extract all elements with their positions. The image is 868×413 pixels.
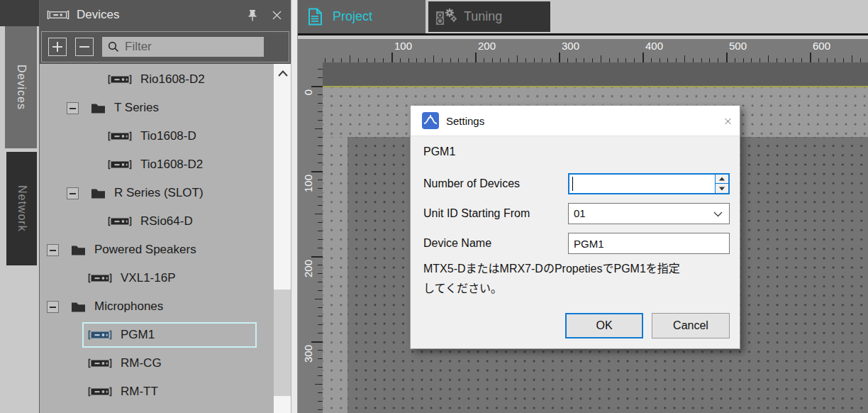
tree-device-tio1608-d2[interactable]: Tio1608-D2	[40, 150, 274, 179]
tree-item-label: VXL1-16P	[121, 271, 176, 285]
tab-tuning[interactable]: Tuning	[427, 0, 552, 33]
tab-project[interactable]: Project	[298, 0, 425, 33]
panel-close-icon[interactable]	[269, 8, 284, 22]
tree-scrollbar[interactable]	[274, 64, 291, 413]
scrollbar-up-icon[interactable]	[274, 64, 291, 82]
device-icon	[88, 273, 112, 283]
collapse-toggle-icon[interactable]	[67, 187, 79, 199]
settings-dialog-body: PGM1 Number of Devices Unit ID Starting …	[411, 136, 740, 349]
spinner-buttons	[715, 175, 728, 193]
settings-dialog: Settings PGM1 Number of Devices	[410, 105, 740, 349]
device-icon	[88, 387, 112, 397]
tree-item-label: RM-TT	[121, 385, 158, 399]
search-icon	[108, 41, 119, 53]
spinner-down-button[interactable]	[716, 184, 728, 193]
tree-device-vxl1-16p[interactable]: VXL1-16P	[40, 264, 274, 292]
collapse-all-button[interactable]	[75, 38, 94, 56]
tab-project-label: Project	[333, 9, 372, 24]
collapse-toggle-icon[interactable]	[47, 244, 59, 256]
tree-device-tio1608-d[interactable]: Tio1608-D	[40, 122, 274, 150]
devices-toolbar	[40, 30, 291, 64]
cancel-button[interactable]: Cancel	[652, 313, 730, 338]
tree-item-label: T Series	[114, 101, 159, 115]
ruler-corner	[298, 39, 323, 62]
settings-app-icon	[421, 111, 440, 130]
tree-item-label: R Series (SLOT)	[114, 186, 204, 200]
tree-device-rsio64-d[interactable]: RSio64-D	[40, 207, 274, 236]
folder-icon	[71, 244, 86, 256]
canvas-margin-left	[323, 137, 347, 413]
tree-device-pgm1[interactable]: PGM1	[40, 321, 274, 349]
device-name-field[interactable]	[568, 233, 730, 254]
device-name-input[interactable]	[569, 233, 729, 253]
device-icon	[88, 358, 112, 368]
rail-tab-devices-label: Devices	[15, 65, 28, 110]
vertical-ruler: 0100200300	[298, 62, 323, 413]
tree-folder-powered-speakers[interactable]: Powered Speakers	[40, 236, 274, 264]
tree-item-label: Tio1608-D2	[140, 158, 203, 172]
devices-panel-title: Devices	[77, 8, 119, 22]
tree-device-rm-cg[interactable]: RM-CG	[40, 349, 274, 378]
folder-icon	[71, 301, 86, 313]
tree-item-label: Powered Speakers	[94, 243, 196, 257]
unit-id-label: Unit ID Starting From	[423, 203, 530, 224]
spinner-up-button[interactable]	[716, 175, 728, 184]
device-name-label: Device Name	[423, 233, 491, 254]
pin-icon[interactable]	[245, 8, 260, 22]
filter-box	[102, 37, 264, 57]
device-tree: Rio1608-D2 T Series Tio1608-D Tio1608-D2…	[40, 64, 274, 413]
horizontal-ruler: 100200300400500600	[323, 39, 868, 62]
tree-device-rio1608-d2[interactable]: Rio1608-D2	[40, 65, 274, 94]
tree-item-label: Rio1608-D2	[140, 72, 205, 87]
settings-dialog-title: Settings	[446, 115, 484, 127]
collapse-toggle-icon[interactable]	[47, 301, 59, 313]
device-icon	[108, 75, 132, 84]
tree-folder-t-series[interactable]: T Series	[40, 94, 274, 122]
tree-folder-microphones[interactable]: Microphones	[40, 292, 274, 321]
triangle-down-icon	[719, 187, 725, 190]
text-caret	[572, 177, 573, 191]
filter-input[interactable]	[125, 40, 245, 54]
rail-tab-network[interactable]: Network	[6, 152, 37, 265]
number-of-devices-label: Number of Devices	[423, 173, 520, 194]
rail-tab-network-label: Network	[16, 185, 28, 232]
panel-splitter[interactable]	[291, 0, 298, 413]
folder-icon	[91, 187, 106, 199]
tree-item-label: Tio1608-D	[140, 129, 196, 143]
canvas-origin-line	[323, 86, 868, 87]
rail-top-block	[0, 0, 39, 26]
left-rail: Devices Network	[0, 0, 39, 413]
ok-button[interactable]: OK	[565, 313, 643, 338]
tree-item-label: PGM1	[121, 328, 155, 342]
folder-icon	[91, 102, 106, 114]
device-rack-icon	[47, 10, 69, 20]
unit-id-select[interactable]: 01	[568, 203, 730, 224]
device-icon	[108, 131, 132, 141]
dialog-group-label: PGM1	[423, 145, 455, 158]
workspace-tabbar: Project	[298, 0, 868, 33]
settings-dialog-titlebar[interactable]: Settings	[411, 106, 740, 136]
collapse-toggle-icon[interactable]	[67, 102, 79, 114]
expand-all-button[interactable]	[48, 38, 67, 56]
dialog-note-text: MTX5-DまたはMRX7-DのPropetiesでPGM1を指定 してください…	[423, 259, 730, 299]
tree-folder-r-series-slot-[interactable]: R Series (SLOT)	[40, 179, 274, 207]
app-window: Devices Network Devices	[0, 0, 868, 413]
tree-item-label: Microphones	[94, 299, 163, 314]
number-of-devices-input[interactable]	[569, 175, 728, 193]
device-icon	[108, 216, 132, 226]
tuning-speaker-gear-icon	[435, 7, 457, 26]
device-icon	[88, 330, 112, 340]
tab-tuning-label: Tuning	[464, 9, 502, 24]
devices-panel: Devices	[39, 0, 291, 413]
number-of-devices-spinner[interactable]	[568, 173, 730, 194]
tree-item-label: RM-CG	[121, 356, 162, 370]
chevron-down-icon	[713, 211, 723, 217]
devices-panel-header: Devices	[40, 0, 291, 30]
rail-tab-devices[interactable]: Devices	[5, 26, 37, 148]
device-icon	[108, 160, 132, 170]
dialog-close-icon[interactable]	[714, 113, 731, 130]
scrollbar-thumb[interactable]	[274, 290, 291, 396]
triangle-up-icon	[719, 177, 725, 181]
tree-item-label: RSio64-D	[140, 214, 193, 228]
tree-device-rm-tt[interactable]: RM-TT	[40, 378, 274, 406]
